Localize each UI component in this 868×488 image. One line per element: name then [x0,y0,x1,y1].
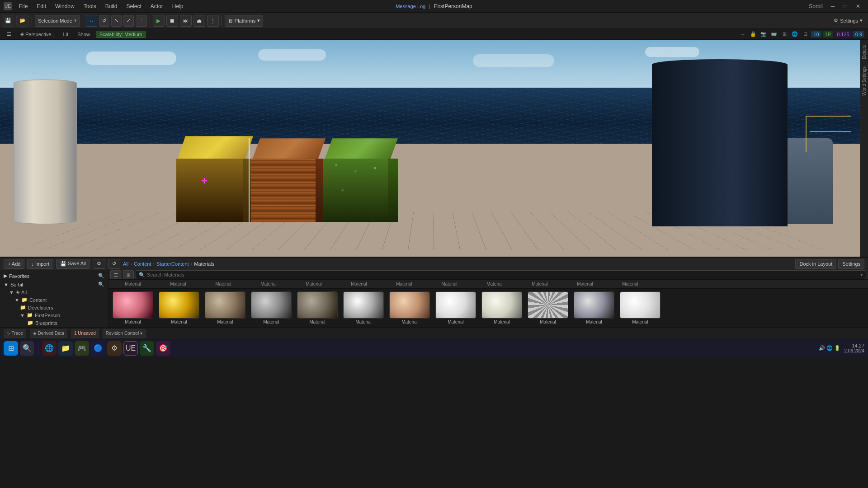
search-input[interactable] [147,272,859,277]
platforms-button[interactable]: 🖥 Platforms ▾ [225,15,263,27]
map-tab[interactable]: FirstPersonMap [434,3,472,9]
tree-all[interactable]: ▼ ◈ All [2,288,106,296]
lit-button[interactable]: Lit [60,31,72,38]
taskbar-app8[interactable]: 🎯 [156,341,170,356]
vc-vr-icon[interactable]: 🥽 [769,30,778,39]
stop-button[interactable]: ⏹ [166,15,178,27]
browse-button[interactable]: 📂 [16,15,29,27]
breadcrumb-all[interactable]: All [123,261,128,267]
trace-button[interactable]: ▷ Trace [4,329,26,338]
taskbar-chrome[interactable]: 🌐 [42,341,57,356]
scale-value[interactable]: 0.125 [835,31,852,38]
sorbil-header[interactable]: ▼ Sorbil 🔍 [2,281,106,288]
search-icon[interactable]: 🔍 [98,273,104,279]
tree-developers[interactable]: 📁 Developers [2,304,106,311]
cb-settings-btn[interactable]: ⚙ [93,259,105,269]
skip-next-button[interactable]: ⏭ [180,15,192,27]
launch-button[interactable]: ⏏ [193,15,205,27]
taskbar-ue-icon[interactable]: UE [123,341,138,356]
multi-tool[interactable]: ⤢ [123,15,134,27]
derived-data-button[interactable]: ◈ Derived Data [30,329,67,338]
dock-button[interactable]: Dock in Layout [795,259,836,269]
asset-item-11[interactable]: Material [618,291,663,325]
vc-lock-icon[interactable]: 🔒 [749,30,758,39]
save-all-button[interactable]: 💾 Save All [56,259,90,269]
vc-move-icon[interactable]: ↔ [738,30,747,39]
start-button[interactable]: ⊞ [4,341,18,356]
selection-mode-button[interactable]: Selection Mode ▾ [35,15,80,27]
menu-build[interactable]: Build [102,2,121,10]
taskbar-app5[interactable]: ⚙ [107,341,122,356]
search-taskbar[interactable]: 🔍 [20,341,34,356]
minimize-button[interactable]: ─ [826,0,839,13]
close-button[interactable]: ✕ [852,0,864,13]
menu-window[interactable]: Window [52,2,78,10]
more-tools[interactable]: ⋮ [136,15,147,27]
filter-button[interactable]: ☰ [110,270,121,279]
sorbil-search-icon[interactable]: 🔍 [98,282,104,287]
maximize-button[interactable]: □ [839,0,852,13]
taskbar-app4[interactable]: 🔵 [91,341,105,356]
asset-item-10[interactable]: Material [571,291,617,325]
breadcrumb-starter[interactable]: StarterContent [156,261,189,267]
show-label: Show [77,32,90,37]
taskbar-app7[interactable]: 🔧 [140,341,154,356]
scale-tool[interactable]: ⤡ [111,15,122,27]
snap-value[interactable]: 0.9 [853,31,864,38]
asset-label-6: Material [401,319,418,324]
notification-link[interactable]: Message Log [396,4,425,9]
save-button[interactable]: 💾 [2,15,14,27]
asset-item-8[interactable]: Material [479,291,524,325]
import-button[interactable]: ↓ Import [27,259,53,269]
breadcrumb-materials[interactable]: Materials [194,261,214,267]
asset-item-2[interactable]: Material [203,291,248,325]
translate-tool[interactable]: ↔ [86,15,97,27]
asset-item-0[interactable]: Material [110,291,156,325]
tree-content[interactable]: ▼ 📁 Content [2,296,106,304]
settings-button[interactable]: ⚙ Settings ▾ [830,18,866,23]
unsaved-button[interactable]: 1 Unsaved [71,329,99,338]
rotation-value[interactable]: 1P [823,31,833,38]
vc-frame-icon[interactable]: ⊡ [801,30,810,39]
menu-help[interactable]: Help [169,2,187,10]
asset-item-5[interactable]: Material [341,291,386,325]
menu-select[interactable]: Select [123,2,145,10]
menu-actor[interactable]: Actor [147,2,167,10]
menu-tools[interactable]: Tools [80,2,100,10]
grid-size-value[interactable]: 10 [811,31,821,38]
tree-firstperson[interactable]: ▼ 📁 FirstPerson [2,311,106,319]
filter-options[interactable]: ⊞ [123,270,134,279]
asset-item-9[interactable]: Material [525,291,571,325]
vc-camera-icon[interactable]: 📷 [759,30,768,39]
perspective-button[interactable]: ◈ Perspective , [17,31,57,38]
favorites-header[interactable]: ▶ Favorites 🔍 [2,272,106,280]
details-tab[interactable]: Details [861,42,868,63]
show-button[interactable]: Show [74,31,93,38]
selection-mode-dropdown-icon: ▾ [74,18,77,23]
hamburger-menu[interactable]: ☰ [4,31,14,38]
play-button[interactable]: ▶ [153,15,165,27]
asset-item-7[interactable]: Material [433,291,478,325]
scalability-button[interactable]: Scalability: Medium [96,31,146,38]
cb-layout-settings[interactable]: Settings [838,259,864,269]
breadcrumb-content[interactable]: Content [134,261,151,267]
menu-edit[interactable]: Edit [33,2,50,10]
cb-refresh-btn[interactable]: ↺ [108,259,120,269]
tree-input[interactable]: 📁 Input [2,327,106,327]
vc-grid-icon[interactable]: ⊞ [780,30,789,39]
play-options[interactable]: ⋮ [207,15,219,27]
menu-file[interactable]: File [15,2,31,10]
taskbar-app3[interactable]: 🎮 [75,341,89,356]
vc-globe-icon[interactable]: 🌐 [790,30,799,39]
rotate-tool[interactable]: ↺ [99,15,109,27]
add-button[interactable]: + Add [4,259,24,269]
world-settings-tab[interactable]: World Settings [861,63,868,99]
asset-item-3[interactable]: Material [249,291,294,325]
revision-control-button[interactable]: Revision Control ▾ [103,329,146,338]
viewport[interactable]: ✛ [0,40,860,257]
asset-item-1[interactable]: Material [156,291,202,325]
asset-item-6[interactable]: Material [387,291,432,325]
taskbar-explorer[interactable]: 📁 [58,341,73,356]
asset-item-4[interactable]: Material [295,291,340,325]
tree-blueprints[interactable]: 📁 Blueprints [2,319,106,327]
